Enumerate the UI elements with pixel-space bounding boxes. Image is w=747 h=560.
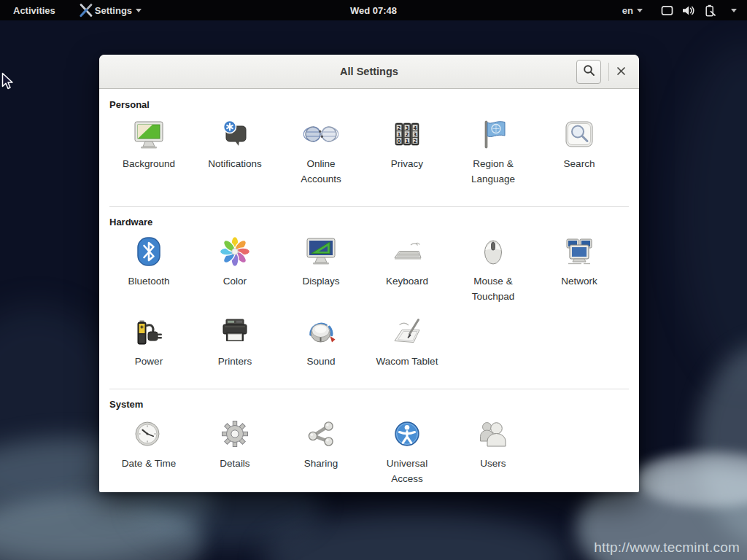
settings-item-label: Date & Time — [122, 456, 176, 472]
mouse-icon — [476, 234, 511, 269]
sharing-icon — [303, 416, 338, 451]
settings-item-label: Bluetooth — [128, 274, 169, 289]
svg-text:4: 4 — [414, 125, 417, 131]
watermark-text: http://www.tecmint.com — [594, 540, 740, 556]
section-header-hardware: Hardware — [109, 217, 629, 228]
chevron-down-icon — [136, 9, 142, 12]
settings-item-wacom-tablet[interactable]: Wacom Tablet — [364, 314, 450, 370]
network-icon — [562, 234, 597, 269]
settings-item-color[interactable]: Color — [192, 234, 278, 305]
app-menu-label: Settings — [95, 5, 132, 16]
settings-app-icon — [79, 3, 93, 18]
chevron-down-icon — [637, 9, 643, 12]
search-icon — [583, 64, 595, 79]
details-icon — [217, 416, 252, 451]
section-grid-hardware: BluetoothColorDisplaysKeyboardMouse & To… — [106, 234, 625, 379]
close-icon — [616, 66, 626, 79]
background-icon — [131, 117, 166, 152]
window-title: All Settings — [340, 66, 398, 77]
search-button[interactable] — [576, 60, 601, 84]
section-grid-system: Date & TimeDetailsSharingUniversal Acces… — [106, 416, 625, 497]
input-source-indicator[interactable]: en — [622, 5, 643, 16]
online-accounts-icon — [303, 117, 338, 152]
settings-item-label: Search — [564, 157, 595, 172]
svg-text:1: 1 — [398, 132, 401, 138]
settings-item-label: Wacom Tablet — [376, 354, 438, 370]
settings-item-power[interactable]: Power — [106, 314, 192, 370]
cloud-decoration — [678, 44, 747, 379]
notifications-icon — [217, 117, 252, 152]
settings-item-search[interactable]: Search — [536, 117, 622, 187]
settings-item-label: Keyboard — [386, 274, 428, 289]
app-menu-button[interactable]: Settings — [79, 3, 142, 18]
color-icon — [217, 234, 252, 269]
battery-icon[interactable] — [705, 4, 716, 17]
settings-item-label: Printers — [218, 354, 252, 370]
settings-item-privacy[interactable]: 210321432Privacy — [364, 117, 450, 187]
settings-sections: PersonalBackgroundNotificationsOnline Ac… — [99, 89, 639, 496]
section-divider — [109, 389, 629, 389]
svg-text:3: 3 — [414, 132, 417, 138]
window-titlebar[interactable]: All Settings — [99, 55, 639, 89]
settings-item-notifications[interactable]: Notifications — [192, 117, 278, 187]
settings-item-network[interactable]: Network — [536, 234, 622, 305]
clock[interactable]: Wed 07:48 — [350, 5, 397, 16]
settings-item-sharing[interactable]: Sharing — [278, 416, 364, 487]
settings-item-label: Online Accounts — [287, 157, 355, 187]
search-panel-icon — [562, 117, 597, 152]
screen-icon[interactable] — [661, 5, 673, 16]
settings-item-displays[interactable]: Displays — [278, 234, 364, 305]
settings-item-label: Notifications — [208, 157, 262, 172]
settings-window: All Settings PersonalBackgroundNotificat… — [99, 55, 639, 492]
activities-button[interactable]: Activities — [9, 5, 60, 16]
settings-item-label: Displays — [302, 274, 339, 289]
svg-text:2: 2 — [406, 132, 409, 138]
settings-item-background[interactable]: Background — [106, 117, 192, 187]
section-divider — [109, 206, 629, 207]
close-button[interactable] — [611, 62, 631, 82]
settings-item-label: Power — [135, 354, 163, 370]
settings-item-label: Color — [223, 274, 247, 289]
settings-item-label: Background — [123, 157, 175, 172]
settings-item-label: Network — [561, 274, 597, 289]
date-time-icon — [131, 416, 166, 451]
settings-item-keyboard[interactable]: Keyboard — [364, 234, 450, 305]
chevron-down-icon — [731, 9, 737, 12]
settings-item-sound[interactable]: Sound — [278, 314, 364, 370]
top-bar-left: Activities Settings — [9, 3, 142, 18]
settings-item-online-accounts[interactable]: Online Accounts — [278, 117, 364, 187]
settings-item-label: Privacy — [391, 157, 423, 172]
region-language-icon — [476, 117, 511, 152]
status-area[interactable]: en — [622, 4, 737, 17]
mouse-cursor — [1, 72, 15, 93]
svg-text:2: 2 — [398, 125, 401, 131]
section-header-system: System — [109, 399, 629, 410]
titlebar-separator — [608, 63, 609, 81]
settings-item-region-language[interactable]: Region & Language — [450, 117, 536, 187]
settings-item-label: Sound — [306, 354, 335, 370]
settings-item-label: Sharing — [304, 456, 338, 472]
settings-item-label: Users — [480, 456, 506, 472]
svg-text:0: 0 — [398, 139, 401, 144]
settings-item-mouse-touchpad[interactable]: Mouse & Touchpad — [450, 234, 536, 305]
settings-item-bluetooth[interactable]: Bluetooth — [106, 234, 192, 305]
displays-icon — [303, 234, 338, 269]
bluetooth-icon — [131, 234, 166, 269]
settings-item-label: Details — [220, 456, 249, 472]
input-source-label: en — [622, 5, 633, 16]
settings-item-details[interactable]: Details — [192, 416, 278, 487]
top-bar: Activities Settings Wed 07:48 en — [0, 0, 747, 20]
power-icon — [131, 314, 166, 349]
settings-item-universal-access[interactable]: Universal Access — [364, 416, 450, 487]
settings-item-label: Region & Language — [459, 157, 527, 187]
keyboard-icon — [390, 234, 425, 269]
volume-icon[interactable] — [682, 5, 696, 16]
settings-item-date-time[interactable]: Date & Time — [106, 416, 192, 487]
system-status-icons[interactable] — [661, 4, 716, 17]
settings-item-printers[interactable]: Printers — [192, 314, 278, 370]
svg-text:1: 1 — [406, 139, 409, 144]
privacy-icon: 210321432 — [390, 117, 425, 152]
section-grid-personal: BackgroundNotificationsOnline Accounts21… — [106, 117, 625, 197]
settings-item-users[interactable]: Users — [450, 416, 536, 487]
universal-access-icon — [390, 416, 425, 451]
